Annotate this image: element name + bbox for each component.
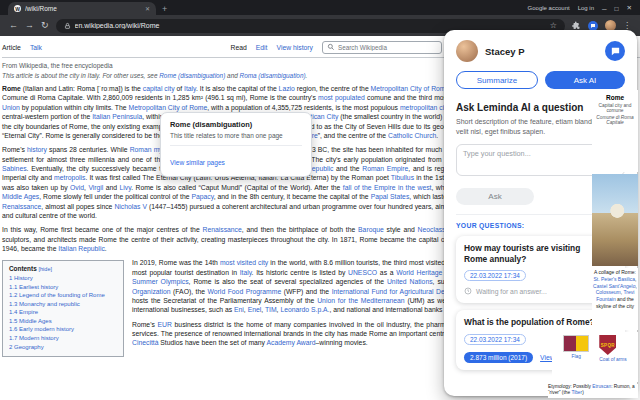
- minimize-icon[interactable]: ─: [602, 5, 607, 12]
- wiki-search-box[interactable]: [322, 41, 442, 54]
- leminda-extension-icon[interactable]: [588, 21, 598, 31]
- browser-tab[interactable]: W /wiki/Rome ✕: [8, 2, 156, 15]
- login-label[interactable]: Log in: [578, 5, 594, 11]
- close-icon[interactable]: ✕: [627, 4, 632, 12]
- browser-menu-icon[interactable]: ⋮: [623, 21, 631, 30]
- answer-badge: 2.873 million (2017): [464, 352, 533, 363]
- question-date-chip: 22.03.2022 17:34: [464, 270, 526, 281]
- clock-icon: [464, 287, 472, 296]
- popup-title: Rome (disambiguation): [170, 120, 302, 129]
- tab-view-history[interactable]: View history: [276, 44, 313, 51]
- google-account-label[interactable]: Google account: [528, 5, 570, 11]
- toc-item[interactable]: 1.3 Monarchy and republic: [9, 300, 117, 309]
- view-similar-pages-link[interactable]: View similar pages: [170, 159, 225, 166]
- toc-item[interactable]: 1.1 Earliest history: [9, 283, 117, 292]
- infobox-flag-row: Flag SPQR Coat of arms: [552, 332, 638, 382]
- toc-item[interactable]: 1.2 Legend of the founding of Rome: [9, 291, 117, 300]
- search-icon: [327, 43, 335, 52]
- tab-edit[interactable]: Edit: [256, 44, 268, 51]
- infobox-subtitle2: Comune di Roma Capitale: [592, 115, 638, 125]
- tab-read[interactable]: Read: [231, 44, 247, 51]
- ask-ai-button[interactable]: Ask AI: [545, 71, 625, 89]
- table-of-contents: Contents [hide] 1 History 1.1 Earliest h…: [2, 260, 124, 357]
- coat-of-arms-image: SPQR: [599, 335, 616, 355]
- summarize-button[interactable]: Summarize: [456, 71, 538, 89]
- tab-close-icon[interactable]: ✕: [145, 5, 150, 12]
- lock-icon: [64, 22, 71, 30]
- toc-item[interactable]: 1.4 Empire: [9, 308, 117, 317]
- ask-button[interactable]: Ask: [456, 188, 534, 205]
- toc-item[interactable]: 1.7 Modern history: [9, 334, 117, 343]
- toc-item[interactable]: 1.6 Early modern history: [9, 325, 117, 334]
- wikipedia-favicon: W: [14, 5, 21, 12]
- extensions-icon[interactable]: [572, 21, 581, 30]
- flag-label[interactable]: Flag: [563, 354, 589, 359]
- new-tab-button[interactable]: +: [162, 4, 167, 14]
- browser-tab-strip: W /wiki/Rome ✕ + Google account Log in ─…: [0, 0, 640, 15]
- infobox-header: Rome Capital city and comune Comune di R…: [592, 90, 638, 172]
- infobox-subtitle: Capital city and comune: [592, 103, 638, 113]
- bookmark-star-icon[interactable]: ☆: [550, 21, 557, 30]
- tab-title: /wiki/Rome: [25, 5, 141, 12]
- toc-item[interactable]: 1 History: [9, 274, 117, 283]
- infobox-photo-caption: A collage of Rome: St. Peter's Basilica,…: [592, 268, 638, 330]
- forward-icon[interactable]: →: [25, 21, 34, 30]
- infobox-photo: [592, 174, 638, 266]
- tab-talk[interactable]: Talk: [30, 44, 42, 51]
- tab-article[interactable]: Article: [2, 44, 21, 51]
- popup-body: This title relates to more than one page: [170, 132, 302, 139]
- toc-hide-toggle[interactable]: [hide]: [38, 266, 52, 272]
- page-preview-popup: Rome (disambiguation) This title relates…: [160, 112, 312, 177]
- toc-item[interactable]: 1.5 Middle Ages: [9, 317, 117, 326]
- search-input[interactable]: [338, 44, 437, 51]
- url-text: en.wikipedia.org/wiki/Rome: [75, 22, 546, 29]
- infobox-title: Rome: [592, 94, 638, 101]
- leminda-logo-icon[interactable]: [605, 41, 625, 61]
- user-avatar: [456, 40, 478, 62]
- back-icon[interactable]: ←: [9, 21, 18, 30]
- toc-item[interactable]: 2 Geography: [9, 343, 117, 352]
- chrome-top-right: Google account Log in ─ □ ✕: [520, 4, 640, 15]
- coat-of-arms-label[interactable]: Coat of arms: [599, 357, 626, 362]
- rome-flag-image: [563, 335, 589, 352]
- toc-title: Contents: [9, 265, 37, 272]
- panel-header: Stacey P: [456, 40, 625, 62]
- user-name: Stacey P: [485, 46, 605, 57]
- question-date-chip: 22.03.2022 17:34: [464, 334, 526, 345]
- infobox-etymology: Etymology: Possibly Etruscan: Rumon, a “…: [548, 384, 638, 398]
- reload-icon[interactable]: ↻: [41, 21, 49, 30]
- maximize-icon[interactable]: □: [615, 5, 619, 12]
